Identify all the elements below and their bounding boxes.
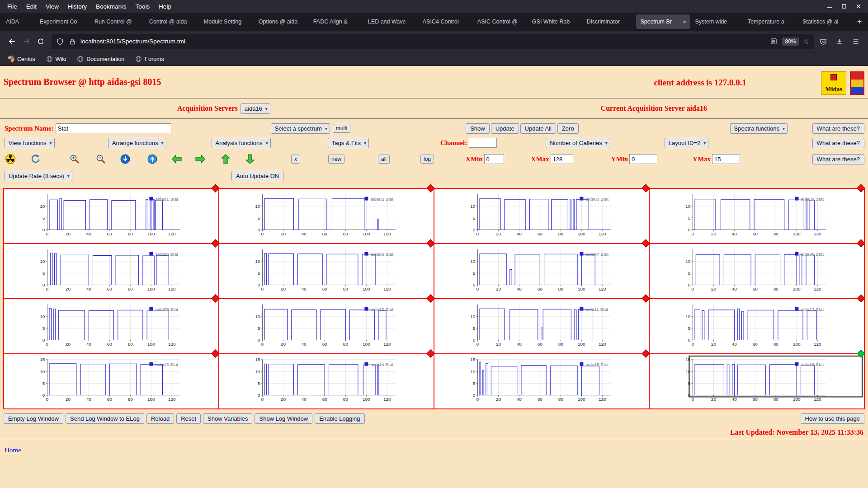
acquisition-server-select[interactable]: aida16▾ <box>241 103 270 114</box>
spectrum-chart[interactable]: 0204060801001200510aida10 Stat <box>219 299 434 353</box>
menu-view[interactable]: View <box>41 1 63 12</box>
log-button[interactable]: log <box>420 155 434 164</box>
spectrum-chart[interactable]: 0204060801001200510aida06 Stat <box>219 244 434 298</box>
tab-close-icon[interactable]: ✕ <box>683 19 686 24</box>
new-tab-button[interactable]: + <box>853 15 866 28</box>
gallery-aida04[interactable]: 0204060801001200510aida04 Stat <box>650 189 865 244</box>
maximize-icon[interactable] <box>841 3 847 9</box>
spectrum-chart[interactable]: 0204060801001200510aida04 Stat <box>650 189 864 243</box>
pan-down-icon[interactable] <box>244 153 256 165</box>
select-spectrum-dropdown[interactable]: Select a spectrum▾ <box>271 123 330 134</box>
what-are-these-button[interactable]: What are these? <box>812 123 864 134</box>
bookmark-forums[interactable]: Forums <box>131 54 168 64</box>
gallery-aida09[interactable]: 0204060801001200510aida09 Stat <box>4 299 219 354</box>
spectrum-chart[interactable]: 020406080100120051015aida13 Stat <box>4 354 218 408</box>
menu-tools[interactable]: Tools <box>131 1 155 12</box>
spectrum-chart[interactable]: 020406080100120051015aida15 Stat <box>434 354 649 408</box>
radiation-icon[interactable] <box>5 153 16 165</box>
auto-update-button[interactable]: Auto Update ON <box>231 171 283 181</box>
spectrum-chart[interactable]: 0204060801001200510aida07 Stat <box>434 244 649 298</box>
tab-aida[interactable]: AIDA <box>2 14 35 29</box>
tab-asic-control[interactable]: ASIC Control @ <box>473 14 528 29</box>
tab-run-control[interactable]: Run Control @ <box>90 14 145 29</box>
downloads-icon[interactable] <box>834 36 845 47</box>
spectrum-chart[interactable]: 0204060801001200510aida02 Stat <box>219 189 434 243</box>
gallery-aida03[interactable]: 0204060801001200510aida03 Stat <box>434 189 650 244</box>
tab-control-aida[interactable]: Control @ aida <box>145 14 199 29</box>
reload-button[interactable]: Reload <box>146 413 174 424</box>
shield-icon[interactable] <box>56 38 64 46</box>
tab-spectrum-br[interactable]: Spectrum Br✕ <box>636 14 690 29</box>
tab-statistics-ai[interactable]: Statistics @ ai <box>798 14 853 29</box>
gallery-aida16[interactable]: 020406080100120051015aida16 Stat <box>650 354 865 409</box>
url-bar[interactable]: localhost:8015/Spectrum/Spectrum.tml 80%… <box>52 34 814 49</box>
spectrum-chart[interactable]: 0204060801001200510aida05 Stat <box>4 244 218 298</box>
spectrum-name-input[interactable] <box>56 123 171 133</box>
gallery-aida06[interactable]: 0204060801001200510aida06 Stat <box>219 244 434 299</box>
gallery-aida15[interactable]: 020406080100120051015aida15 Stat <box>434 354 650 409</box>
lock-icon[interactable] <box>68 38 76 46</box>
tab-led-and-wave[interactable]: LED and Wave <box>364 14 418 29</box>
view-functions-dropdown[interactable]: View functions▾ <box>5 138 55 148</box>
send-log-window-to-elog-button[interactable]: Send Log Window to ELog <box>66 413 144 424</box>
minimize-icon[interactable] <box>826 3 833 9</box>
spectrum-chart[interactable]: 0204060801001200510aida12 Stat <box>650 299 864 353</box>
enable-logging-button[interactable]: Enable Logging <box>315 413 364 424</box>
zero-button[interactable]: Zero <box>557 123 579 134</box>
xmax-input[interactable] <box>551 154 573 164</box>
multi-button[interactable]: multi <box>333 124 350 133</box>
tab-options-aida[interactable]: Options @ aida <box>255 14 309 29</box>
spectra-functions-dropdown[interactable]: Spectra functions▾ <box>730 123 788 134</box>
layout-id-dropdown[interactable]: Layout ID=2▾ <box>665 138 709 148</box>
bookmark-documentation[interactable]: Documentation <box>73 54 128 64</box>
what-are-these-button[interactable]: What are these? <box>812 154 864 164</box>
empty-log-window-button[interactable]: Empty Log Window <box>4 413 63 424</box>
update-button[interactable]: Update <box>491 123 519 134</box>
gallery-aida13[interactable]: 020406080100120051015aida13 Stat <box>4 354 219 409</box>
spectrum-chart[interactable]: 0204060801001200510aida08 Stat <box>650 244 864 298</box>
gallery-aida12[interactable]: 0204060801001200510aida12 Stat <box>650 299 865 354</box>
pan-left-icon[interactable] <box>171 153 183 165</box>
refresh-icon[interactable] <box>30 153 42 165</box>
menu-history[interactable]: History <box>63 1 91 12</box>
number-of-galleries-dropdown[interactable]: Number of Galleries▾ <box>546 138 610 148</box>
show-button[interactable]: Show <box>466 123 490 134</box>
tab-experiment-co[interactable]: Experiment Co <box>36 14 90 29</box>
x-button[interactable]: x <box>291 155 300 164</box>
tab-system-wide[interactable]: System wide <box>691 14 743 29</box>
spectrum-chart[interactable]: 0204060801001200510aida01 Stat <box>4 189 218 243</box>
menu-help[interactable]: Help <box>154 1 176 12</box>
how-to-use-button[interactable]: How to use this page <box>801 413 864 424</box>
tab-temperature-a[interactable]: Temperature a <box>744 14 798 29</box>
shift-down-icon[interactable] <box>119 153 131 165</box>
what-are-these-button[interactable]: What are these? <box>812 138 864 148</box>
gallery-aida14[interactable]: 020406080100120051015aida14 Stat <box>219 354 434 409</box>
spectrum-chart[interactable]: 020406080100120051015aida16 Stat <box>650 354 864 408</box>
tab-asic4-control[interactable]: ASIC4 Control <box>419 14 473 29</box>
spectrum-chart[interactable]: 0204060801001200510aida09 Stat <box>4 299 218 353</box>
close-icon[interactable] <box>855 3 862 9</box>
spectrum-chart[interactable]: 0204060801001200510aida11 Stat <box>434 299 649 353</box>
zoom-out-icon[interactable] <box>95 153 107 165</box>
show-variables-button[interactable]: Show Variables <box>203 413 252 424</box>
xmin-input[interactable] <box>484 154 504 164</box>
gallery-aida05[interactable]: 0204060801001200510aida05 Stat <box>4 244 219 299</box>
zoom-level-badge[interactable]: 80% <box>782 38 799 46</box>
shift-up-icon[interactable] <box>146 153 158 165</box>
bookmark-centos[interactable]: Centos <box>4 54 39 64</box>
menu-bookmarks[interactable]: Bookmarks <box>91 1 131 12</box>
tab-fadc-align[interactable]: FADC Align & <box>309 14 363 29</box>
menu-file[interactable]: File <box>3 1 22 12</box>
gallery-aida01[interactable]: 0204060801001200510aida01 Stat <box>4 189 219 244</box>
menu-edit[interactable]: Edit <box>22 1 41 12</box>
tab-gsi-white-rab[interactable]: GSI White Rab <box>528 14 582 29</box>
home-link[interactable]: Home <box>5 446 21 454</box>
all-button[interactable]: all <box>378 155 390 164</box>
analysis-functions-dropdown[interactable]: Analysis functions▾ <box>212 138 271 148</box>
show-log-window-button[interactable]: Show Log Window <box>255 413 312 424</box>
new-button[interactable]: new <box>328 155 344 164</box>
pan-right-icon[interactable] <box>194 153 206 165</box>
pocket-icon[interactable] <box>817 36 829 47</box>
gallery-aida07[interactable]: 0204060801001200510aida07 Stat <box>434 244 650 299</box>
reload-button[interactable] <box>33 34 48 49</box>
